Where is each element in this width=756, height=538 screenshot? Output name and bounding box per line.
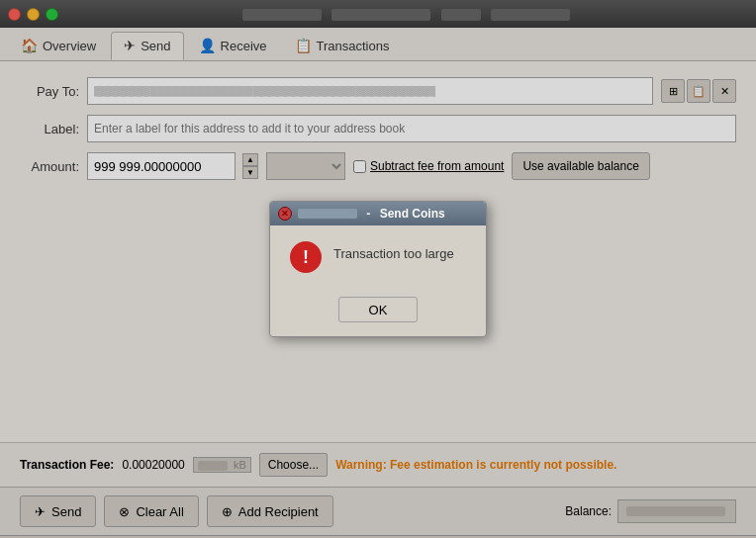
ok-button[interactable]: OK	[338, 297, 418, 322]
modal-overlay: ✕ - Send Coins ! Transaction too large O…	[0, 0, 756, 538]
modal-title: Send Coins	[380, 207, 445, 221]
modal-body: ! Transaction too large	[270, 225, 486, 289]
error-icon: !	[290, 241, 322, 273]
modal-footer: OK	[270, 289, 486, 336]
modal-title-bar: ✕ - Send Coins	[270, 202, 486, 225]
modal-close-button[interactable]: ✕	[278, 207, 292, 221]
modal-message: Transaction too large	[333, 241, 454, 263]
modal-title-separator: -	[363, 207, 374, 221]
error-modal: ✕ - Send Coins ! Transaction too large O…	[269, 201, 487, 337]
